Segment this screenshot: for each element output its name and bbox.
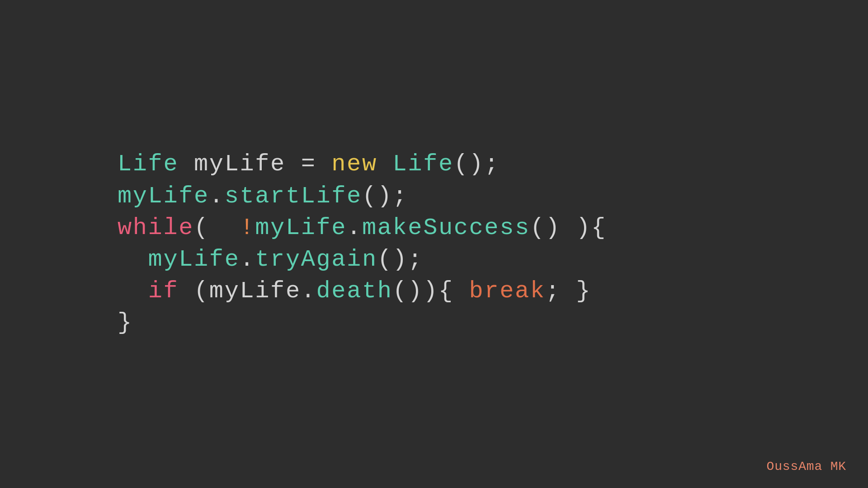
code-line-3: while( !myLife.makeSuccess() ){ — [118, 212, 607, 244]
obj-mylife-4: myLife — [118, 246, 240, 273]
while-close: () ){ — [530, 215, 607, 241]
dot-2: . — [347, 215, 362, 241]
watermark: OussAma MK — [767, 460, 846, 474]
paren-semi: (); — [454, 151, 500, 178]
call-semi-1: (); — [362, 183, 408, 210]
method-startlife: startLife — [225, 183, 362, 210]
code-line-5: if (myLife.death()){ break; } — [118, 276, 607, 307]
exclamation: ! — [240, 215, 255, 241]
code-line-2: myLife.startLife(); — [118, 181, 607, 212]
obj-mylife-2: myLife — [118, 183, 209, 210]
indent-2 — [118, 278, 148, 305]
if-brace: ()){ — [393, 278, 469, 305]
obj-mylife-3: myLife — [255, 215, 347, 241]
if-open: (myLife — [179, 278, 301, 305]
equals: = — [301, 151, 316, 178]
if-end: ; } — [546, 278, 591, 305]
code-line-1: Life myLife = new Life(); — [118, 149, 607, 180]
while-open: ( — [194, 215, 240, 241]
call-semi-2: (); — [377, 246, 423, 273]
dot-4: . — [301, 278, 316, 305]
method-death: death — [316, 278, 393, 305]
dot-1: . — [209, 183, 225, 210]
method-tryagain: tryAgain — [255, 246, 377, 273]
method-makesuccess: makeSuccess — [362, 215, 530, 241]
class-life: Life — [393, 151, 454, 178]
code-line-4: myLife.tryAgain(); — [118, 244, 607, 276]
keyword-while: while — [118, 215, 194, 241]
code-block: Life myLife = new Life(); myLife.startLi… — [0, 149, 607, 339]
keyword-new: new — [331, 151, 377, 178]
keyword-break: break — [469, 278, 546, 305]
var-mylife: myLife — [179, 151, 301, 178]
keyword-if: if — [148, 278, 179, 305]
code-line-6: } — [118, 307, 607, 339]
closing-brace: } — [118, 310, 133, 336]
type-life: Life — [118, 151, 179, 178]
dot-3: . — [240, 246, 255, 273]
